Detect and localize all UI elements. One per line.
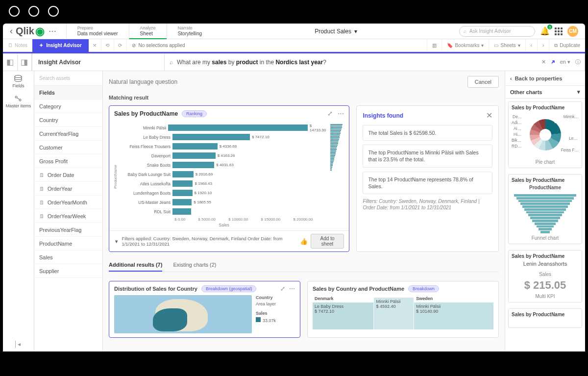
duplicate-button[interactable]: ⧉ Duplicate <box>549 39 585 52</box>
field-item[interactable]: Country <box>34 113 102 127</box>
chart-tag: Ranking <box>182 110 207 117</box>
app-launcher-icon[interactable] <box>555 27 563 35</box>
additional-result-geospatial[interactable]: Distribution of Sales for Country Breakd… <box>109 281 300 338</box>
bar-row: RDL Suit <box>121 207 327 216</box>
field-item[interactable]: Category <box>34 100 102 113</box>
fullscreen-icon[interactable]: ⤢ <box>327 110 333 117</box>
submit-icon[interactable]: ➜ <box>549 58 557 66</box>
step-back-icon[interactable]: ⟲ <box>101 39 114 52</box>
bar-row: Davenport$ 4163.26 <box>121 151 327 160</box>
field-item[interactable]: ProductName <box>34 237 102 251</box>
insight-item: The top 14 ProductName represents 78.8% … <box>363 172 492 194</box>
minimap[interactable] <box>330 123 343 230</box>
panel-toggle-left[interactable]: ◧ <box>3 53 18 71</box>
filters-applied-text: Filters applied: Country: Sweden, Norway… <box>122 236 296 247</box>
bar-row: Atles Lussekofta$ 1968.43 <box>121 179 327 188</box>
chevron-down-icon: ▾ <box>354 28 357 35</box>
search-icon: ⌕ <box>464 28 466 34</box>
no-selections-label: ⊘No selections applied <box>127 43 190 48</box>
field-item[interactable]: 🗓OrderYearWeek <box>34 209 102 223</box>
collapse-rail-icon[interactable]: │◂ <box>14 341 21 348</box>
tab-additional-results[interactable]: Additional results (7) <box>109 259 162 272</box>
treemap-preview: Denmark Le Baby Dress$ 7472.10 Minnki Pä… <box>313 295 493 329</box>
insight-item: The top ProductName is Minnki Pälsii wit… <box>363 145 492 167</box>
lang-select[interactable]: en ▾ <box>560 59 570 65</box>
insights-title: Insights found <box>363 112 403 119</box>
svg-point-2 <box>19 99 21 101</box>
x-axis-label: Sales <box>121 223 327 230</box>
fullscreen-icon[interactable]: ⤢ <box>280 285 285 292</box>
bookmarks-button[interactable]: 🔖 Bookmarks ▾ <box>441 39 489 52</box>
thumbs-up-icon[interactable]: 👍 <box>300 238 308 245</box>
tab-prepare[interactable]: PrepareData model viewer <box>66 24 129 39</box>
user-avatar[interactable]: CM <box>567 26 578 37</box>
field-item[interactable]: PreviousYearFlag <box>34 223 102 237</box>
other-charts-header[interactable]: Other charts▾ <box>505 86 585 99</box>
app-title[interactable]: Product Sales▾ <box>315 28 357 35</box>
nl-question-input[interactable]: ⌕ What are my sales by product in the No… <box>165 53 585 71</box>
sc-title: Distribution of Sales for Country <box>114 286 197 292</box>
bar-row: Snake Boots$ 4031.63 <box>121 160 327 170</box>
field-item[interactable]: Customer <box>34 141 102 154</box>
additional-result-treemap[interactable]: Sales by Country and ProductName Breakdo… <box>307 281 499 338</box>
chart-title: Sales by ProductName <box>114 110 178 117</box>
rail-master-items[interactable]: Master items <box>6 95 31 108</box>
clear-icon[interactable]: ✕ <box>541 59 546 65</box>
sheets-button[interactable]: ▭ Sheets ▾ <box>489 39 525 52</box>
tab-analyze[interactable]: AnalyzeSheet <box>129 24 167 39</box>
result-chart-card: Sales by ProductName Ranking ⤢ ⋯ Product… <box>109 105 349 252</box>
next-sheet-button[interactable]: › <box>537 39 549 52</box>
ask-insight-search[interactable]: ⌕ Ask Insight Advisor <box>459 26 535 37</box>
search-icon: ⌕ <box>170 59 173 66</box>
step-forward-icon[interactable]: ⟳ <box>114 39 127 52</box>
notes-button[interactable]: 🗒Notes <box>3 43 32 48</box>
field-item[interactable]: CurrentYearFlag <box>34 127 102 141</box>
tab-existing-charts[interactable]: Existing charts (2) <box>173 259 216 272</box>
selections-tool-icon[interactable]: ⤧ <box>89 39 101 52</box>
asset-header: Fields <box>34 86 102 100</box>
more-icon[interactable]: ⋯ <box>45 26 60 36</box>
insight-item: The total Sales is $ 62598.50. <box>363 125 492 141</box>
y-axis-label: ProductName <box>113 123 118 230</box>
info-icon[interactable]: ⓘ <box>575 58 581 66</box>
close-insights-icon[interactable]: ✕ <box>486 111 492 120</box>
prev-sheet-button[interactable]: ‹ <box>525 39 537 52</box>
bar-row: Minnki Pälsii$ 14733.30 <box>121 123 327 132</box>
insights-card: Insights found ✕ The total Sales is $ 62… <box>356 105 499 252</box>
field-item[interactable]: Gross Profit <box>34 154 102 168</box>
other-chart-pie[interactable]: Sales by ProductName De… Adi… Ai… Hi… Bi… <box>508 101 582 168</box>
selections-toggle-icon[interactable]: ▥ <box>427 39 441 52</box>
add-to-sheet-button[interactable]: Add to sheet <box>311 234 344 249</box>
field-item[interactable]: 🗓OrderYearMonth <box>34 196 102 209</box>
qlik-logo: Qlik◉ <box>16 25 45 38</box>
more-icon[interactable]: ⋯ <box>289 285 295 292</box>
other-chart-funnel[interactable]: Sales by ProductName ProductName Funnel … <box>508 174 582 244</box>
field-item[interactable]: 🗓OrderYear <box>34 182 102 196</box>
bar-row: Feiss Fleece Trousers$ 4336.68 <box>121 142 327 151</box>
field-item[interactable]: Sales <box>34 251 102 264</box>
other-chart-kpi[interactable]: Sales by ProductName Lenin Jeansshorts S… <box>508 250 582 302</box>
more-icon[interactable]: ⋯ <box>338 110 344 117</box>
sc-tag: Breakdown <box>408 285 439 292</box>
sc-tag: Breakdown (geospatial) <box>201 285 257 292</box>
field-item[interactable]: Supplier <box>34 264 102 278</box>
back-to-properties[interactable]: ‹Back to properties <box>505 71 585 86</box>
bar-row: Baby Dark Lounge Suit$ 2016.69 <box>121 170 327 179</box>
nlq-label: Natural language question <box>109 78 177 85</box>
notifications-icon[interactable]: 🔔3 <box>540 26 550 36</box>
field-item[interactable]: 🗓Order Date <box>34 168 102 182</box>
bar-row: US-Master Jeans$ 1865.55 <box>121 198 327 207</box>
back-button[interactable]: ‹ <box>7 26 16 36</box>
cancel-button[interactable]: Cancel <box>467 76 499 88</box>
insights-filters-note: Filters: Country: Sweden, Norway, Denmar… <box>363 198 492 211</box>
tab-narrate[interactable]: NarrateStorytelling <box>167 24 213 39</box>
other-chart-last[interactable]: Sales by ProductName <box>508 308 582 328</box>
svg-point-1 <box>15 96 17 98</box>
asset-search[interactable]: Search assets <box>34 71 102 86</box>
panel-toggle-right[interactable]: ◨ <box>18 53 32 71</box>
svg-point-0 <box>15 75 22 78</box>
rail-fields[interactable]: Fields <box>12 75 24 88</box>
matching-label: Matching result <box>109 95 499 100</box>
svg-line-3 <box>17 98 20 100</box>
insight-advisor-button[interactable]: ✦ Insight Advisor <box>32 39 88 52</box>
